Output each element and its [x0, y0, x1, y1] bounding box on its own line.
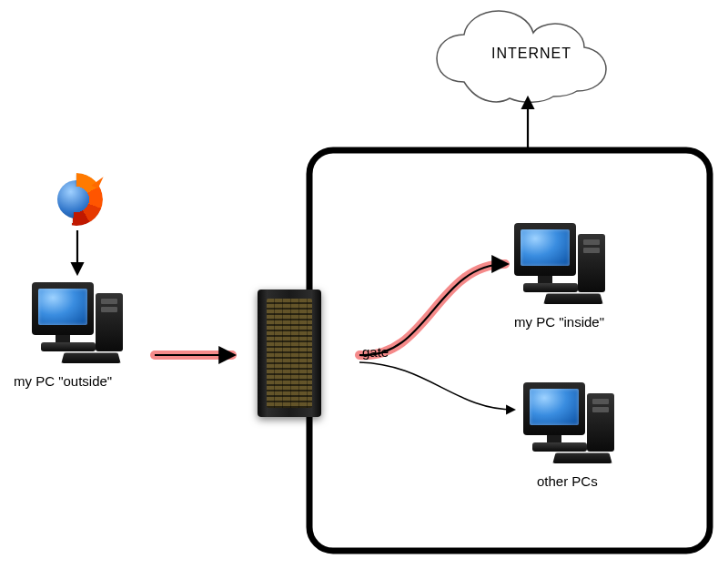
outside-pc-label: my PC "outside" — [14, 373, 112, 389]
network-diagram: INTERNET my PC "outside" gate my PC "ins… — [0, 0, 728, 569]
other-pcs-icon — [523, 382, 623, 464]
inside-pc-label: my PC "inside" — [514, 314, 604, 330]
firefox-icon — [50, 173, 103, 226]
other-pcs-label: other PCs — [537, 473, 598, 489]
internet-label: INTERNET — [491, 46, 571, 62]
server-rack-icon — [258, 290, 321, 417]
arrow-gate-to-inside-pc — [359, 264, 506, 355]
gate-label: gate — [362, 344, 389, 360]
outside-pc-icon — [32, 282, 132, 364]
arrow-gate-to-other-pcs — [359, 362, 514, 410]
inside-pc-icon — [514, 223, 614, 305]
